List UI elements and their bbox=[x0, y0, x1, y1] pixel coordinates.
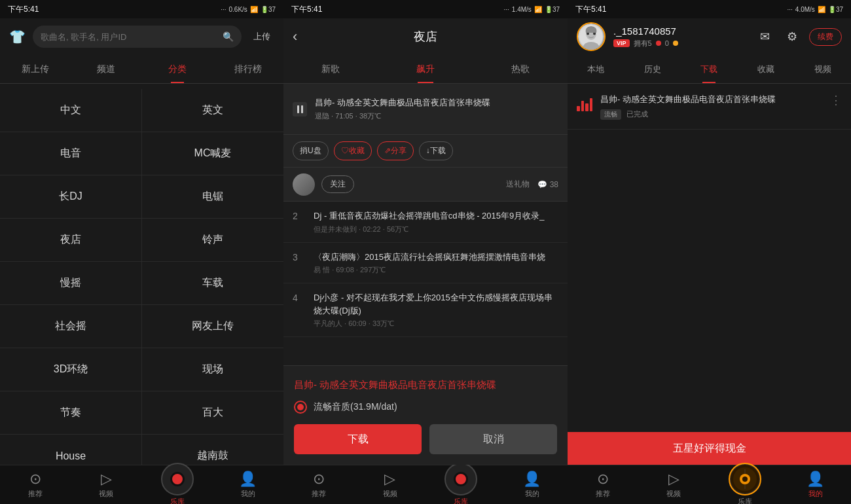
tab-new[interactable]: 新上传 bbox=[0, 55, 71, 83]
p2-header: ‹ 夜店 bbox=[283, 18, 568, 55]
radio-button[interactable] bbox=[294, 401, 307, 414]
bottom-nav-library[interactable]: 乐库 bbox=[142, 463, 213, 504]
song-number: 2 bbox=[293, 209, 306, 221]
p3-tab-collect[interactable]: 收藏 bbox=[738, 55, 795, 83]
song-meta: 但是并未做到 · 02:22 · 56万℃ bbox=[314, 225, 558, 234]
gold-dot bbox=[673, 41, 678, 46]
p2-tab-new[interactable]: 新歌 bbox=[283, 55, 378, 83]
confirm-download-button[interactable]: 下载 bbox=[294, 424, 422, 454]
follow-button[interactable]: 关注 bbox=[321, 175, 354, 193]
p3-nav-mine[interactable]: 👤 我的 bbox=[780, 471, 851, 499]
user-badges: VIP 拥有5 0 bbox=[613, 39, 746, 48]
category-yuenang[interactable]: 越南鼓 bbox=[142, 435, 283, 465]
quality-option[interactable]: 流畅音质(31.9M/dat) bbox=[294, 401, 557, 414]
quality-tag: 流畅 bbox=[600, 109, 621, 120]
search-icon[interactable]: 🔍 bbox=[223, 31, 234, 42]
recommend-icon-right: ⊙ bbox=[597, 471, 609, 488]
bottom-nav-mid: ⊙ 推荐 ▷ 视频 乐库 👤 我的 bbox=[283, 465, 568, 504]
category-row: 社会摇 网友上传 bbox=[0, 305, 283, 348]
p3-nav-library[interactable]: 乐库 bbox=[710, 463, 780, 504]
possession-text: 拥有5 bbox=[634, 39, 652, 48]
p2-tab-hot[interactable]: 热歌 bbox=[473, 55, 568, 83]
category-chezai[interactable]: 车载 bbox=[142, 262, 283, 305]
category-shehui[interactable]: 社会摇 bbox=[0, 305, 142, 348]
p3-tab-video[interactable]: 视频 bbox=[794, 55, 851, 83]
tab-rank[interactable]: 排行榜 bbox=[213, 55, 283, 83]
category-wangyou[interactable]: 网友上传 bbox=[142, 305, 283, 348]
p3-nav-video[interactable]: ▷ 视频 bbox=[638, 471, 709, 499]
bottom-nav-library-mid[interactable]: 乐库 bbox=[426, 463, 497, 504]
search-input[interactable] bbox=[41, 32, 217, 42]
category-dianju[interactable]: 电锯 bbox=[142, 175, 283, 219]
p3-spacer bbox=[568, 130, 851, 433]
category-baida[interactable]: 百大 bbox=[142, 391, 283, 435]
p2-tab-rise[interactable]: 飙升 bbox=[378, 55, 473, 83]
bottom-nav-mine[interactable]: 👤 我的 bbox=[213, 471, 283, 499]
back-button[interactable]: ‹ bbox=[293, 28, 297, 45]
category-row: House 越南鼓 bbox=[0, 435, 283, 465]
category-changdj[interactable]: 长DJ bbox=[0, 175, 142, 219]
upload-button[interactable]: 上传 bbox=[248, 31, 276, 43]
now-playing-info: 昌帅- 动感全英文舞曲极品电音夜店首张串烧碟 退隐 · 71:05 · 38万℃ bbox=[315, 97, 558, 120]
category-yedian[interactable]: 夜店 bbox=[0, 219, 142, 262]
u-disk-button[interactable]: 捎U盘 bbox=[293, 141, 329, 160]
vinyl-icon-mid bbox=[444, 463, 477, 495]
list-item[interactable]: 4 Dj小彦 - 对不起现在我才爱上你2015全中文伤感慢摇夜店现场串烧大碟(D… bbox=[283, 283, 568, 337]
cancel-download-button[interactable]: 取消 bbox=[429, 424, 557, 454]
category-yingwen[interactable]: 英文 bbox=[142, 89, 283, 132]
category-mc[interactable]: MC喊麦 bbox=[142, 132, 283, 175]
bottom-nav-mine-mid[interactable]: 👤 我的 bbox=[497, 471, 568, 499]
p3-header: ._1581740857 VIP 拥有5 0 ✉ ⚙ 续费 bbox=[568, 18, 851, 55]
signals-right: ··· 4.0M/s 📶 🔋37 bbox=[788, 6, 843, 13]
artist-avatar bbox=[293, 173, 315, 196]
category-zhongwen[interactable]: 中文 bbox=[0, 89, 142, 132]
category-house[interactable]: House bbox=[0, 435, 142, 465]
category-xianchang[interactable]: 现场 bbox=[142, 348, 283, 391]
list-item[interactable]: 2 Dj - 重低音夜店劲爆社会摇弹跳电音cd串烧 - 2015年9月收录_ 但… bbox=[283, 202, 568, 243]
more-icon[interactable]: ⋮ bbox=[830, 93, 842, 107]
pause-icon[interactable] bbox=[293, 102, 307, 117]
p3-tab-download[interactable]: 下载 bbox=[681, 55, 738, 83]
category-manyao[interactable]: 慢摇 bbox=[0, 262, 142, 305]
category-jiezou[interactable]: 节奏 bbox=[0, 391, 142, 435]
vinyl-icon-right bbox=[729, 463, 761, 495]
category-lingsheng[interactable]: 铃声 bbox=[142, 219, 283, 262]
song-meta: 易 惜 · 69:08 · 297万℃ bbox=[314, 265, 558, 275]
p3-tab-local[interactable]: 本地 bbox=[568, 55, 625, 83]
signals-mid: ··· 1.4M/s 📶 🔋37 bbox=[504, 6, 560, 13]
collect-button[interactable]: ♡收藏 bbox=[334, 141, 372, 160]
bottom-nav-video[interactable]: ▷ 视频 bbox=[71, 471, 141, 499]
download-list-item[interactable]: 昌帅- 动感全英文舞曲极品电音夜店首张串烧碟 流畅 已完成 ⋮ bbox=[568, 84, 851, 130]
gift-label[interactable]: 送礼物 bbox=[506, 179, 530, 190]
bottom-nav-recommend[interactable]: ⊙ 推荐 bbox=[0, 471, 71, 499]
mine-icon-mid: 👤 bbox=[523, 471, 541, 488]
playing-bars-icon bbox=[577, 96, 592, 111]
category-row: 节奏 百大 bbox=[0, 391, 283, 435]
settings-button[interactable]: ⚙ bbox=[782, 26, 803, 47]
category-3d[interactable]: 3D环绕 bbox=[0, 348, 142, 391]
p3-nav-recommend[interactable]: ⊙ 推荐 bbox=[568, 471, 638, 499]
list-item[interactable]: 3 〈夜店潮嗨〉2015夜店流行社会摇疯狂舞池摇摆激情电音串烧 易 惜 · 69… bbox=[283, 243, 568, 284]
song-info: Dj小彦 - 对不起现在我才爱上你2015全中文伤感慢摇夜店现场串烧大碟(Dj版… bbox=[314, 291, 558, 329]
bottom-nav-recommend-mid[interactable]: ⊙ 推荐 bbox=[283, 471, 355, 499]
bottom-nav-video-mid[interactable]: ▷ 视频 bbox=[355, 471, 426, 499]
p3-tab-history[interactable]: 历史 bbox=[625, 55, 681, 83]
category-diyin[interactable]: 电音 bbox=[0, 132, 142, 175]
now-playing-meta: 退隐 · 71:05 · 38万℃ bbox=[315, 111, 558, 121]
renew-button[interactable]: 续费 bbox=[809, 28, 842, 46]
tab-category[interactable]: 分类 bbox=[142, 55, 213, 83]
download-button[interactable]: ↓下载 bbox=[419, 141, 453, 160]
video-icon-right: ▷ bbox=[668, 471, 679, 488]
search-box[interactable]: 🔍 bbox=[33, 26, 242, 48]
time-left: 下午5:41 bbox=[8, 4, 39, 15]
share-button[interactable]: ⇗分享 bbox=[377, 141, 414, 160]
category-row: 慢摇 车载 bbox=[0, 262, 283, 305]
review-banner[interactable]: 五星好评得现金 bbox=[568, 432, 851, 465]
tab-channel[interactable]: 频道 bbox=[71, 55, 141, 83]
user-avatar bbox=[577, 22, 606, 51]
shirt-icon[interactable]: 👕 bbox=[8, 27, 26, 46]
dl-item-info: 昌帅- 动感全英文舞曲极品电音夜店首张串烧碟 流畅 已完成 bbox=[600, 93, 822, 120]
message-button[interactable]: ✉ bbox=[754, 26, 775, 47]
mine-label: 我的 bbox=[241, 489, 255, 499]
status-bar-right: 下午5:41 ··· 4.0M/s 📶 🔋37 bbox=[568, 0, 851, 18]
